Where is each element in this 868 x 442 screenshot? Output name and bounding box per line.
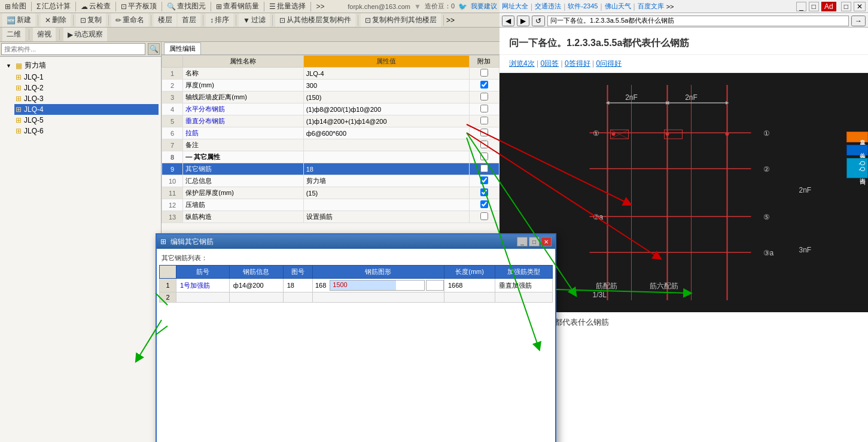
feedback-btn[interactable]: 意见反馈 bbox=[846, 132, 868, 142]
btn-rename[interactable]: ✏ 重命名 bbox=[111, 13, 148, 27]
search-button[interactable]: 🔍 bbox=[148, 43, 160, 55]
tree-item-jlq4[interactable]: ⊞ JLQ-4 bbox=[14, 104, 159, 115]
props-tab[interactable]: 属性编辑 bbox=[164, 42, 201, 54]
question-meta: 浏览4次 | 0回答 | 0答得好 | 0问得好 bbox=[509, 59, 622, 68]
prop-row-addon[interactable] bbox=[469, 211, 499, 223]
btn-copy[interactable]: ⊡ 复制 bbox=[76, 13, 106, 27]
toolbar-item-sketch[interactable]: ⊞ 绘图 bbox=[2, 1, 29, 12]
win-minimize[interactable]: _ bbox=[796, 2, 806, 11]
toolbar-item-align[interactable]: ⊡ 平齐板顶 bbox=[118, 1, 159, 12]
go-btn[interactable]: → bbox=[851, 16, 866, 26]
prop-row-value[interactable]: 300 bbox=[303, 80, 469, 92]
dialog-row-shape[interactable] bbox=[312, 292, 444, 303]
prop-row-addon[interactable] bbox=[469, 115, 499, 127]
prop-row-value[interactable]: JLQ-4 bbox=[303, 68, 469, 80]
btn-sort[interactable]: ↕ 排序 bbox=[206, 13, 233, 27]
btn-copy-floor[interactable]: ⊡ 从其他楼层复制构件 bbox=[275, 13, 355, 27]
prop-row-addon[interactable] bbox=[469, 175, 499, 187]
svg-text:3nF: 3nF bbox=[799, 246, 812, 254]
toolbar-item-calc[interactable]: Σ 汇总计算 bbox=[34, 1, 73, 12]
toolbar-item-cloud[interactable]: ☁ 云检查 bbox=[78, 1, 113, 12]
prop-row-value[interactable] bbox=[303, 139, 469, 151]
dialog-th-jinhao: 筋号 bbox=[176, 266, 230, 279]
win-close[interactable]: Ad bbox=[821, 2, 836, 11]
win-close2[interactable]: ✕ bbox=[854, 2, 866, 11]
tree-item-label-jlq1: JLQ-1 bbox=[24, 73, 44, 81]
prop-row-value[interactable]: (1)ф8@200/(1)ф10@200 bbox=[303, 103, 469, 115]
prop-row-addon[interactable] bbox=[469, 151, 499, 163]
browse-count[interactable]: 浏览4次 bbox=[509, 59, 535, 68]
answer-count[interactable]: 0回答 bbox=[540, 59, 559, 68]
prop-row-value[interactable]: 设置插筋 bbox=[303, 211, 469, 223]
dialog-th-tuhao: 图号 bbox=[283, 266, 312, 279]
win-maximize[interactable]: □ bbox=[809, 2, 819, 11]
nav-link-2[interactable]: 交通违法 bbox=[535, 2, 561, 11]
btn-floor-level[interactable]: 首层 bbox=[178, 13, 200, 27]
toolbar-more[interactable]: >> bbox=[313, 2, 327, 11]
dialog-close[interactable]: ✕ bbox=[541, 237, 552, 246]
tree-item-jlq2[interactable]: ⊞ JLQ-2 bbox=[14, 83, 159, 93]
dialog-maximize[interactable]: □ bbox=[529, 237, 540, 246]
prop-row-addon[interactable] bbox=[469, 139, 499, 151]
prop-row-addon[interactable] bbox=[469, 80, 499, 92]
prop-row-value[interactable]: (150) bbox=[303, 92, 469, 103]
nav-link-4[interactable]: 佛山天气 bbox=[605, 2, 631, 11]
btn-floor[interactable]: 楼层 bbox=[154, 13, 176, 27]
prop-row-addon[interactable] bbox=[469, 92, 499, 103]
btn-dynamic-view[interactable]: ▶ 动态观察 bbox=[63, 28, 107, 41]
back-btn[interactable]: ◀ bbox=[502, 16, 514, 26]
nav-link-1[interactable]: 网址大全 bbox=[502, 2, 528, 11]
search-input[interactable] bbox=[1, 43, 145, 55]
prop-row-addon[interactable] bbox=[469, 103, 499, 115]
dialog-row-type: 垂直加强筋 bbox=[495, 279, 553, 292]
prop-row-value[interactable]: (15) bbox=[303, 187, 469, 199]
toolbar-item-view-rebar[interactable]: ⊞ 查看钢筋量 bbox=[214, 1, 261, 12]
dialog-row-shape[interactable]: 168 1500 bbox=[312, 279, 444, 292]
toolbar-item-find[interactable]: 🔍 查找图元 bbox=[165, 1, 208, 12]
app-toolbar2: 🆕 新建 ✕ 删除 ⊡ 复制 ✏ 重命名 楼层 首层 ↕ 排序 ▼ 过滤 ⊡ 从… bbox=[0, 13, 500, 28]
btn-delete[interactable]: ✕ 删除 bbox=[41, 13, 71, 27]
btn-filter[interactable]: ▼ 过滤 bbox=[239, 13, 270, 27]
prop-row-name: 压墙筋 bbox=[183, 199, 303, 211]
collapse-btn[interactable]: ▼ bbox=[6, 63, 13, 69]
tree-root-item[interactable]: ▼ ▦ 剪力墙 bbox=[5, 59, 159, 72]
tree-item-jlq5[interactable]: ⊞ JLQ-5 bbox=[14, 115, 159, 126]
good-question-count[interactable]: 0问得好 bbox=[596, 59, 622, 68]
prop-row-addon[interactable] bbox=[469, 199, 499, 211]
prop-row-addon[interactable] bbox=[469, 187, 499, 199]
prop-row-value[interactable]: ф6@600*600 bbox=[303, 127, 469, 139]
tree-item-icon-jlq2: ⊞ bbox=[16, 84, 22, 92]
refresh-btn[interactable]: ↺ bbox=[532, 16, 545, 26]
prop-row-value[interactable]: (1)ф14@200+(1)ф14@200 bbox=[303, 115, 469, 127]
btn-copy-to-floor[interactable]: ⊡ 复制构件到其他楼层 bbox=[361, 13, 441, 27]
svg-text:2nF: 2nF bbox=[685, 93, 698, 102]
tree-item-jlq1[interactable]: ⊞ JLQ-1 bbox=[14, 72, 159, 83]
toolbar2-more[interactable]: >> bbox=[446, 16, 455, 25]
prop-row-addon[interactable] bbox=[469, 68, 499, 80]
prop-row-value[interactable] bbox=[303, 151, 469, 163]
nav-link-5[interactable]: 百度文库 bbox=[638, 2, 664, 11]
tree-item-jlq6[interactable]: ⊞ JLQ-6 bbox=[14, 126, 159, 136]
prop-row-addon[interactable] bbox=[469, 163, 499, 175]
good-answer-count[interactable]: 0答得好 bbox=[565, 59, 590, 68]
follow-btn[interactable]: 关注我们 bbox=[846, 145, 868, 156]
btn-top-view[interactable]: 俯视 bbox=[33, 28, 56, 41]
prop-row-addon[interactable] bbox=[469, 127, 499, 139]
prop-row-name: 保护层厚度(mm) bbox=[183, 187, 303, 199]
tree-item-label-jlq4: JLQ-4 bbox=[24, 105, 44, 114]
nav-link-3[interactable]: 软件-2345 bbox=[568, 2, 598, 11]
address-input[interactable] bbox=[547, 16, 849, 26]
dialog-minimize[interactable]: _ bbox=[517, 237, 528, 246]
suggest-btn[interactable]: 我要建议 bbox=[471, 2, 497, 11]
qq-btn[interactable]: QQ咨询 bbox=[846, 158, 868, 178]
win-restore[interactable]: □ bbox=[841, 2, 851, 11]
btn-new[interactable]: 🆕 新建 bbox=[2, 13, 35, 27]
tree-item-jlq3[interactable]: ⊞ JLQ-3 bbox=[14, 93, 159, 104]
forward-btn[interactable]: ▶ bbox=[517, 16, 529, 26]
prop-row-value[interactable]: 18 bbox=[303, 163, 469, 175]
nav-more[interactable]: >> bbox=[666, 3, 674, 10]
prop-row-value[interactable]: 剪力墙 bbox=[303, 175, 469, 187]
btn-2d[interactable]: 二维 bbox=[2, 28, 25, 41]
prop-row-value[interactable] bbox=[303, 199, 469, 211]
toolbar-item-batch[interactable]: ☰ 批量选择 bbox=[267, 1, 308, 12]
